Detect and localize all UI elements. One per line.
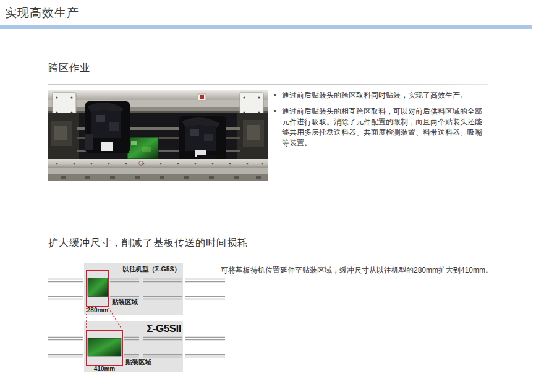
pcb-board-new	[88, 338, 121, 356]
new-area-label: 贴装区域	[125, 358, 152, 365]
new-model-logo: Σ-G5SII	[147, 323, 181, 334]
pcb-board-old	[88, 278, 108, 297]
old-model-label: 以往机型（Σ-G5S）	[122, 265, 181, 273]
new-buffer-size-label: 410mm	[94, 365, 116, 372]
section-heading-crosszone: 跨区作业	[48, 62, 90, 75]
crosszone-bullet-list: 通过前后贴装头的跨区取料同时贴装，实现了高效生产。 通过前后贴装头的相互跨区取料…	[274, 90, 489, 154]
bullet-dot-icon	[274, 94, 276, 96]
old-buffer-size-label: 280mm	[87, 307, 109, 313]
bullet-item: 通过前后贴装头的跨区取料同时贴装，实现了高效生产。	[274, 90, 489, 101]
bullet-text: 通过前后贴装头的相互跨区取料，可以对前后供料区域的全部元件进行吸取。消除了元件配…	[282, 107, 482, 147]
bullet-item: 通过前后贴装头的相互跨区取料，可以对前后供料区域的全部元件进行吸取。消除了元件配…	[274, 106, 489, 148]
section-divider	[48, 258, 488, 258]
accent-bar	[0, 25, 532, 29]
buffer-description: 可将基板待机位置延伸至贴装区域，缓冲尺寸从以往机型的280mm扩大到410mm。	[221, 265, 499, 276]
warning-label	[198, 94, 206, 100]
page-title: 实现高效生产	[5, 5, 79, 21]
bullet-dot-icon	[274, 110, 276, 112]
old-area-label: 贴装区域	[111, 298, 138, 305]
buffer-size-diagram: 以往机型（Σ-G5S） 贴装区域 280mm Σ-G5SII 贴装区域 410m…	[48, 262, 228, 377]
product-feature-page: 实现高效生产 跨区作业	[0, 0, 536, 392]
section-heading-buffer: 扩大缓冲尺寸，削减了基板传送的时间损耗	[48, 237, 248, 250]
section-divider	[48, 84, 488, 85]
placement-head-left	[85, 101, 130, 153]
smt-machine-photo	[48, 90, 268, 181]
bullet-text: 通过前后贴装头的跨区取料同时贴装，实现了高效生产。	[282, 91, 467, 100]
